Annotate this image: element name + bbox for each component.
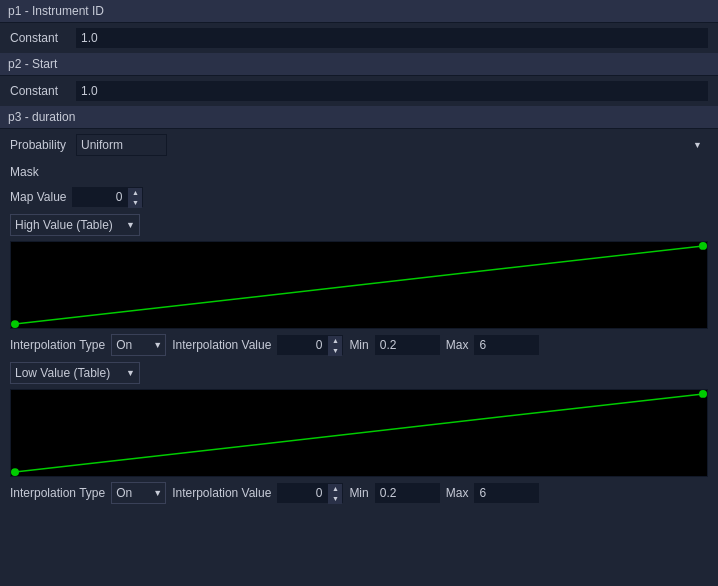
interp-type-label-1: Interpolation Type (10, 338, 105, 352)
high-value-chart (10, 241, 708, 329)
mask-row: Mask (0, 161, 718, 183)
p2-constant-row: Constant (0, 76, 718, 106)
interp-value-label-2: Interpolation Value (172, 486, 271, 500)
high-value-table-container: High Value (Table) Low Value (Table) (10, 214, 140, 236)
min-input-2[interactable] (375, 483, 440, 503)
min-label-2: Min (349, 486, 368, 500)
svg-point-1 (11, 320, 19, 328)
map-value-label: Map Value (10, 190, 66, 204)
p3-header: p3 - duration (0, 106, 718, 129)
interp-type-select-1[interactable]: On Off (111, 334, 166, 356)
max-input-2[interactable] (474, 483, 539, 503)
mask-label: Mask (10, 165, 39, 179)
max-input-1[interactable] (474, 335, 539, 355)
probability-label: Probability (10, 138, 70, 152)
map-value-spinner-btns: ▲ ▼ (127, 187, 143, 207)
map-value-decrement[interactable]: ▼ (128, 198, 142, 208)
svg-point-2 (699, 242, 707, 250)
low-value-table-select[interactable]: Low Value (Table) High Value (Table) (10, 362, 140, 384)
low-value-table-row: Low Value (Table) High Value (Table) (0, 359, 718, 387)
p1-constant-label: Constant (10, 31, 70, 45)
p2-constant-input[interactable] (76, 81, 708, 101)
interp-type-select-2[interactable]: On Off (111, 482, 166, 504)
p2-header-text: p2 - Start (8, 57, 57, 71)
p1-constant-input[interactable] (76, 28, 708, 48)
max-label-2: Max (446, 486, 469, 500)
p2-section: p2 - Start Constant (0, 53, 718, 106)
interp-value-increment-1[interactable]: ▲ (328, 336, 342, 346)
interp-type-label-2: Interpolation Type (10, 486, 105, 500)
interp-value-decrement-1[interactable]: ▼ (328, 346, 342, 356)
p2-constant-label: Constant (10, 84, 70, 98)
interp-value-spinner-btns-2: ▲ ▼ (327, 483, 343, 503)
interp-type-select-container-2: On Off (111, 482, 166, 504)
p2-header: p2 - Start (0, 53, 718, 76)
svg-point-5 (699, 390, 707, 398)
probability-select[interactable]: Uniform Gaussian Linear Exponential (76, 134, 167, 156)
interp-row-1: Interpolation Type On Off Interpolation … (0, 331, 718, 359)
interp-value-spinner-btns-1: ▲ ▼ (327, 335, 343, 355)
interp-value-input-2[interactable] (277, 483, 327, 503)
interp-type-select-container-1: On Off (111, 334, 166, 356)
interp-value-input-1[interactable] (277, 335, 327, 355)
interp-row-2: Interpolation Type On Off Interpolation … (0, 479, 718, 507)
p1-header-text: p1 - Instrument ID (8, 4, 104, 18)
p3-section: p3 - duration Probability Uniform Gaussi… (0, 106, 718, 507)
min-label-1: Min (349, 338, 368, 352)
p1-section: p1 - Instrument ID Constant (0, 0, 718, 53)
svg-point-4 (11, 468, 19, 476)
svg-line-0 (15, 246, 703, 324)
min-input-1[interactable] (375, 335, 440, 355)
map-value-increment[interactable]: ▲ (128, 188, 142, 198)
map-value-row: Map Value ▲ ▼ (0, 183, 718, 211)
high-value-table-row: High Value (Table) Low Value (Table) (0, 211, 718, 239)
probability-row: Probability Uniform Gaussian Linear Expo… (0, 129, 718, 161)
interp-value-spinner-2: ▲ ▼ (277, 483, 343, 503)
interp-value-label-1: Interpolation Value (172, 338, 271, 352)
low-value-chart-svg (11, 390, 707, 476)
interp-value-spinner-1: ▲ ▼ (277, 335, 343, 355)
low-value-table-container: Low Value (Table) High Value (Table) (10, 362, 140, 384)
p3-header-text: p3 - duration (8, 110, 75, 124)
p1-constant-row: Constant (0, 23, 718, 53)
map-value-input[interactable] (72, 187, 127, 207)
interp-value-decrement-2[interactable]: ▼ (328, 494, 342, 504)
p1-header: p1 - Instrument ID (0, 0, 718, 23)
map-value-spinner: ▲ ▼ (72, 187, 143, 207)
high-value-chart-svg (11, 242, 707, 328)
probability-select-container: Uniform Gaussian Linear Exponential (76, 134, 708, 156)
max-label-1: Max (446, 338, 469, 352)
svg-line-3 (15, 394, 703, 472)
interp-value-increment-2[interactable]: ▲ (328, 484, 342, 494)
high-value-table-select[interactable]: High Value (Table) Low Value (Table) (10, 214, 140, 236)
low-value-chart (10, 389, 708, 477)
